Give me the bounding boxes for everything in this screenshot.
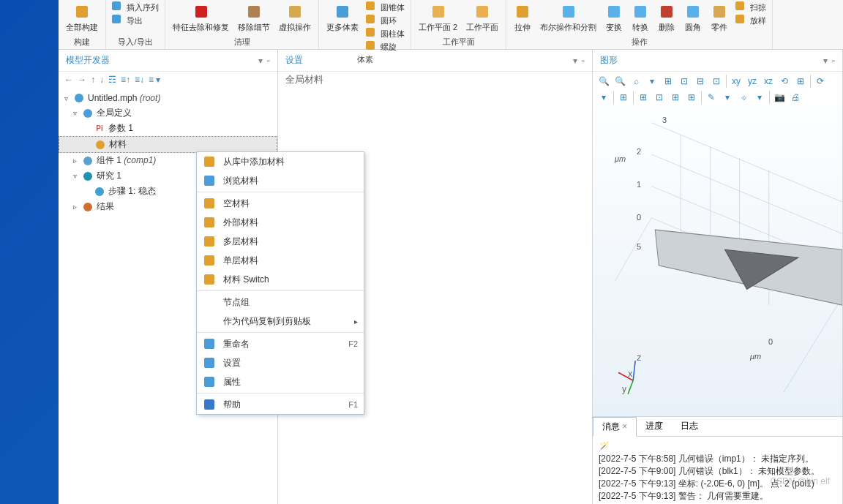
gfx-tool[interactable]: ▾ [645, 75, 659, 88]
panel-close-icon[interactable]: ▫ [267, 56, 270, 66]
svg-text:z: z [637, 353, 641, 364]
ribbon-放样[interactable]: 放样 [735, 15, 766, 26]
ribbon-零件[interactable]: 零件 [709, 1, 730, 34]
gfx-tool[interactable]: yz [746, 75, 759, 88]
tree-Untitled.mph[interactable]: ▿Untitled.mph (root) [59, 91, 277, 105]
ctx-材料 Switch[interactable]: 材料 Switch [197, 270, 364, 289]
panel-close-icon[interactable]: ▫ [582, 56, 585, 66]
svg-text:y: y [622, 384, 627, 395]
ribbon-拉伸[interactable]: 拉伸 [512, 1, 533, 34]
graphics-canvas[interactable]: xyz 3 2 1 0 5 μm 0 μm [593, 107, 842, 416]
ribbon-移除细节[interactable]: 移除细节 [236, 1, 271, 34]
wand-icon: 🪄 [599, 440, 836, 453]
fwd-icon[interactable]: → [78, 75, 86, 85]
settings-subtitle: 全局材料 [278, 72, 592, 91]
ribbon-全部构建[interactable]: 全部构建 [64, 1, 100, 34]
model-toolbar: ← → ↑ ↓ ☶ ≡↑ ≡↓ ≡ ▾ [59, 72, 277, 88]
ctx-外部材料[interactable]: 外部材料 [197, 213, 364, 232]
gfx-tool[interactable]: ⊡ [710, 75, 723, 88]
svg-line-5 [784, 297, 842, 392]
log-tab-进度[interactable]: 进度 [637, 417, 672, 436]
gfx-tool[interactable]: ⊞ [617, 91, 630, 104]
ctx-设置[interactable]: 设置 [197, 353, 364, 372]
up-icon[interactable]: ↑ [91, 75, 95, 85]
gfx-tool[interactable]: xz [762, 75, 775, 88]
gfx-tool[interactable]: 🔍 [597, 75, 610, 88]
ribbon-工作平面[interactable]: 工作平面 [465, 1, 500, 34]
panel-dropdown-icon[interactable]: ▾ [823, 56, 828, 66]
log-tab-消息[interactable]: 消息 × [593, 417, 637, 437]
ctx-空材料[interactable]: 空材料 [197, 194, 364, 213]
tree-材料[interactable]: 材料 [59, 136, 277, 153]
ctx-浏览材料[interactable]: 浏览材料 [197, 171, 364, 190]
gfx-tool[interactable]: ✎ [705, 91, 718, 104]
ctx-节点组[interactable]: 节点组 [197, 293, 364, 312]
down-icon[interactable]: ↓ [100, 75, 104, 85]
gfx-tool[interactable]: ⊡ [653, 91, 666, 104]
settings-title: 设置 [285, 54, 303, 67]
panel-dropdown-icon[interactable]: ▾ [258, 56, 263, 66]
graphics-panel: 图形 ▾▫ 🔍🔍⌕▾⊞⊡⊟⊡xyyzxz⟲⊞⟳▾⊞⊞⊡⊞⊞✎▾⟐▾📷🖨 [593, 50, 843, 504]
gfx-tool[interactable]: ▾ [721, 91, 734, 104]
gfx-tool[interactable]: ▾ [597, 91, 610, 104]
more-icon[interactable]: ≡ ▾ [149, 75, 160, 85]
ribbon-转换[interactable]: 转换 [630, 1, 651, 34]
gfx-tool[interactable]: ⊞ [685, 91, 698, 104]
collapse-icon[interactable]: ≡↑ [121, 75, 130, 85]
svg-line-1 [651, 154, 842, 233]
ribbon-扫掠[interactable]: 扫掠 [735, 1, 766, 13]
ribbon-圆锥体[interactable]: 圆锥体 [366, 1, 405, 13]
gfx-tool[interactable]: ⟲ [778, 75, 791, 88]
gfx-tool[interactable]: 🖨 [789, 91, 802, 104]
svg-line-0 [651, 123, 842, 202]
log-body[interactable]: 🪄 [2022-7-5 下午8:58] 几何错误（imp1）： 未指定序列。[2… [593, 437, 842, 504]
svg-line-16 [628, 380, 633, 394]
ribbon-虚拟操作[interactable]: 虚拟操作 [277, 1, 312, 34]
tree-全局定义[interactable]: ▿全局定义 [59, 105, 277, 121]
expand-icon[interactable]: ≡↓ [135, 75, 144, 85]
ribbon-变换[interactable]: 变换 [604, 1, 624, 34]
ribbon-布尔操作和分割[interactable]: 布尔操作和分割 [539, 1, 598, 34]
ctx-多层材料[interactable]: 多层材料 [197, 232, 364, 251]
ctx-作为代码复制到剪贴板[interactable]: 作为代码复制到剪贴板▸ [197, 312, 364, 331]
model-tree-title: 模型开发器 [66, 54, 110, 67]
panel-dropdown-icon[interactable]: ▾ [573, 56, 577, 66]
gfx-tool[interactable]: 📷 [773, 91, 786, 104]
context-menu: 从库中添加材料浏览材料空材料外部材料多层材料单层材料材料 Switch节点组作为… [196, 151, 364, 415]
ctx-属性[interactable]: 属性 [197, 372, 364, 391]
ribbon-圆角[interactable]: 圆角 [683, 1, 703, 34]
gfx-tool[interactable]: ⊞ [662, 75, 675, 88]
ribbon-删除[interactable]: 删除 [656, 1, 677, 34]
log-tab-日志[interactable]: 日志 [672, 417, 707, 436]
ribbon-特征去除和修复[interactable]: 特征去除和修复 [171, 1, 231, 34]
gfx-tool[interactable]: ⊞ [794, 75, 807, 88]
svg-line-17 [633, 361, 635, 380]
svg-text:x: x [628, 368, 633, 379]
tree-参数 1[interactable]: Pi参数 1 [59, 121, 277, 136]
log-panel: 消息 ×进度日志 🪄 [2022-7-5 下午8:58] 几何错误（imp1）：… [593, 416, 842, 504]
back-icon[interactable]: ← [64, 75, 73, 85]
ribbon-更多体素[interactable]: 更多体素 [325, 1, 360, 34]
ribbon-工作平面 2[interactable]: 工作平面 2 [417, 1, 459, 34]
gfx-tool[interactable]: ⊟ [694, 75, 707, 88]
ribbon-圆环[interactable]: 圆环 [366, 15, 405, 26]
ctx-重命名[interactable]: 重命名F2 [197, 334, 364, 353]
gfx-tool[interactable]: ▾ [753, 91, 766, 104]
gfx-tool[interactable]: xy [730, 75, 743, 88]
gfx-tool[interactable]: ⌕ [629, 75, 642, 88]
ribbon-插入序列[interactable]: 插入序列 [112, 1, 159, 13]
ctx-单层材料[interactable]: 单层材料 [197, 251, 364, 270]
ctx-帮助[interactable]: 帮助F1 [197, 395, 364, 414]
ribbon-圆柱体[interactable]: 圆柱体 [366, 28, 405, 40]
gfx-tool[interactable]: ⊡ [678, 75, 691, 88]
ribbon-导出[interactable]: 导出 [112, 15, 159, 26]
gfx-tool[interactable]: 🔍 [613, 75, 626, 88]
gfx-tool[interactable]: ⊞ [637, 91, 650, 104]
gfx-tool[interactable]: ⊞ [669, 91, 682, 104]
gfx-tool[interactable]: ⟐ [737, 91, 750, 104]
gfx-tool[interactable]: ⟳ [814, 75, 827, 88]
panel-close-icon[interactable]: ▫ [832, 56, 835, 66]
show-icon[interactable]: ☶ [108, 75, 116, 85]
ctx-从库中添加材料[interactable]: 从库中添加材料 [197, 152, 364, 171]
svg-line-4 [615, 218, 651, 282]
